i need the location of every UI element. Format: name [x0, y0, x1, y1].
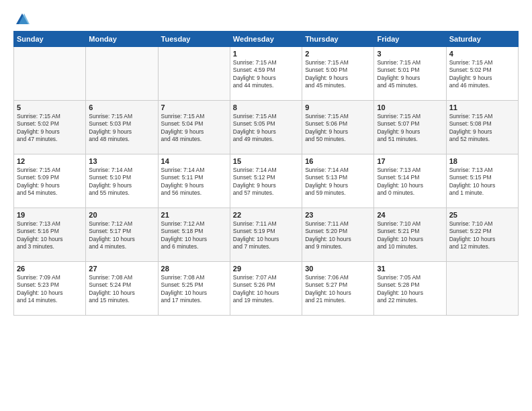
day-cell: 29Sunrise: 7:07 AM Sunset: 5:26 PM Dayli… [230, 262, 302, 316]
day-number: 4 [449, 50, 515, 58]
day-info: Sunrise: 7:15 AM Sunset: 5:09 PM Dayligh… [17, 167, 83, 197]
day-cell: 31Sunrise: 7:05 AM Sunset: 5:28 PM Dayli… [374, 262, 446, 316]
day-info: Sunrise: 7:10 AM Sunset: 5:22 PM Dayligh… [449, 220, 515, 251]
logo [13, 12, 30, 24]
day-number: 9 [305, 103, 371, 111]
day-cell: 14Sunrise: 7:14 AM Sunset: 5:11 PM Dayli… [158, 154, 230, 208]
day-info: Sunrise: 7:11 AM Sunset: 5:19 PM Dayligh… [233, 220, 299, 251]
day-info: Sunrise: 7:15 AM Sunset: 5:08 PM Dayligh… [449, 113, 515, 144]
day-number: 1 [233, 50, 299, 58]
day-number: 25 [449, 211, 515, 219]
day-info: Sunrise: 7:15 AM Sunset: 5:03 PM Dayligh… [89, 113, 154, 144]
week-row-5: 26Sunrise: 7:09 AM Sunset: 5:23 PM Dayli… [14, 262, 519, 316]
day-cell: 5Sunrise: 7:15 AM Sunset: 5:02 PM Daylig… [14, 101, 86, 154]
day-number: 20 [89, 211, 154, 219]
day-number: 2 [305, 50, 371, 58]
week-row-2: 5Sunrise: 7:15 AM Sunset: 5:02 PM Daylig… [14, 101, 519, 154]
day-number: 29 [233, 265, 299, 273]
day-info: Sunrise: 7:08 AM Sunset: 5:25 PM Dayligh… [161, 274, 227, 305]
day-cell: 19Sunrise: 7:13 AM Sunset: 5:16 PM Dayli… [14, 208, 86, 262]
day-cell: 7Sunrise: 7:15 AM Sunset: 5:04 PM Daylig… [158, 101, 230, 154]
logo-icon [15, 12, 30, 27]
day-cell: 3Sunrise: 7:15 AM Sunset: 5:01 PM Daylig… [374, 47, 446, 101]
day-info: Sunrise: 7:15 AM Sunset: 4:59 PM Dayligh… [233, 59, 299, 90]
day-cell: 1Sunrise: 7:15 AM Sunset: 4:59 PM Daylig… [230, 47, 302, 101]
day-number: 12 [17, 157, 83, 165]
header [13, 12, 519, 24]
day-info: Sunrise: 7:06 AM Sunset: 5:27 PM Dayligh… [305, 274, 371, 305]
col-header-friday: Friday [374, 32, 446, 47]
day-cell: 20Sunrise: 7:12 AM Sunset: 5:17 PM Dayli… [86, 208, 158, 262]
day-number: 26 [17, 265, 83, 273]
day-cell: 15Sunrise: 7:14 AM Sunset: 5:12 PM Dayli… [230, 154, 302, 208]
day-number: 28 [161, 265, 227, 273]
day-info: Sunrise: 7:07 AM Sunset: 5:26 PM Dayligh… [233, 274, 299, 305]
day-cell: 30Sunrise: 7:06 AM Sunset: 5:27 PM Dayli… [302, 262, 374, 316]
col-header-wednesday: Wednesday [230, 32, 302, 47]
day-number: 30 [305, 265, 371, 273]
day-cell [446, 262, 518, 316]
day-cell: 27Sunrise: 7:08 AM Sunset: 5:24 PM Dayli… [86, 262, 158, 316]
calendar-table: SundayMondayTuesdayWednesdayThursdayFrid… [13, 31, 519, 316]
day-info: Sunrise: 7:15 AM Sunset: 5:02 PM Dayligh… [17, 113, 83, 144]
header-row: SundayMondayTuesdayWednesdayThursdayFrid… [14, 32, 519, 47]
day-cell: 22Sunrise: 7:11 AM Sunset: 5:19 PM Dayli… [230, 208, 302, 262]
day-cell: 6Sunrise: 7:15 AM Sunset: 5:03 PM Daylig… [86, 101, 158, 154]
day-number: 3 [377, 50, 443, 58]
col-header-saturday: Saturday [446, 32, 518, 47]
day-info: Sunrise: 7:05 AM Sunset: 5:28 PM Dayligh… [377, 274, 443, 305]
day-info: Sunrise: 7:13 AM Sunset: 5:15 PM Dayligh… [449, 167, 515, 197]
day-cell: 13Sunrise: 7:14 AM Sunset: 5:10 PM Dayli… [86, 154, 158, 208]
day-number: 23 [305, 211, 371, 219]
day-cell: 8Sunrise: 7:15 AM Sunset: 5:05 PM Daylig… [230, 101, 302, 154]
day-cell: 18Sunrise: 7:13 AM Sunset: 5:15 PM Dayli… [446, 154, 518, 208]
day-number: 16 [305, 157, 371, 165]
day-number: 22 [233, 211, 299, 219]
day-number: 14 [161, 157, 227, 165]
day-number: 15 [233, 157, 299, 165]
day-number: 8 [233, 103, 299, 111]
day-info: Sunrise: 7:13 AM Sunset: 5:14 PM Dayligh… [377, 167, 443, 197]
day-number: 27 [89, 265, 154, 273]
day-number: 18 [449, 157, 515, 165]
day-number: 5 [17, 103, 83, 111]
day-cell: 21Sunrise: 7:12 AM Sunset: 5:18 PM Dayli… [158, 208, 230, 262]
week-row-1: 1Sunrise: 7:15 AM Sunset: 4:59 PM Daylig… [14, 47, 519, 101]
day-number: 21 [161, 211, 227, 219]
day-cell: 4Sunrise: 7:15 AM Sunset: 5:02 PM Daylig… [446, 47, 518, 101]
day-number: 24 [377, 211, 443, 219]
day-cell: 12Sunrise: 7:15 AM Sunset: 5:09 PM Dayli… [14, 154, 86, 208]
day-cell: 11Sunrise: 7:15 AM Sunset: 5:08 PM Dayli… [446, 101, 518, 154]
day-cell [14, 47, 86, 101]
day-info: Sunrise: 7:15 AM Sunset: 5:06 PM Dayligh… [305, 113, 371, 144]
col-header-tuesday: Tuesday [158, 32, 230, 47]
day-info: Sunrise: 7:15 AM Sunset: 5:01 PM Dayligh… [377, 59, 443, 90]
day-number: 19 [17, 211, 83, 219]
day-number: 7 [161, 103, 227, 111]
day-info: Sunrise: 7:15 AM Sunset: 5:05 PM Dayligh… [233, 113, 299, 144]
day-number: 31 [377, 265, 443, 273]
calendar-page: SundayMondayTuesdayWednesdayThursdayFrid… [0, 0, 532, 411]
col-header-thursday: Thursday [302, 32, 374, 47]
day-info: Sunrise: 7:14 AM Sunset: 5:11 PM Dayligh… [161, 167, 227, 197]
day-number: 11 [449, 103, 515, 111]
day-cell: 17Sunrise: 7:13 AM Sunset: 5:14 PM Dayli… [374, 154, 446, 208]
week-row-4: 19Sunrise: 7:13 AM Sunset: 5:16 PM Dayli… [14, 208, 519, 262]
day-number: 6 [89, 103, 154, 111]
col-header-sunday: Sunday [14, 32, 86, 47]
day-info: Sunrise: 7:15 AM Sunset: 5:00 PM Dayligh… [305, 59, 371, 90]
col-header-monday: Monday [86, 32, 158, 47]
day-info: Sunrise: 7:10 AM Sunset: 5:21 PM Dayligh… [377, 220, 443, 251]
day-info: Sunrise: 7:14 AM Sunset: 5:10 PM Dayligh… [89, 167, 154, 197]
day-info: Sunrise: 7:12 AM Sunset: 5:17 PM Dayligh… [89, 220, 154, 251]
day-cell [86, 47, 158, 101]
day-cell [158, 47, 230, 101]
day-cell: 10Sunrise: 7:15 AM Sunset: 5:07 PM Dayli… [374, 101, 446, 154]
day-cell: 28Sunrise: 7:08 AM Sunset: 5:25 PM Dayli… [158, 262, 230, 316]
day-number: 17 [377, 157, 443, 165]
day-cell: 16Sunrise: 7:14 AM Sunset: 5:13 PM Dayli… [302, 154, 374, 208]
day-cell: 9Sunrise: 7:15 AM Sunset: 5:06 PM Daylig… [302, 101, 374, 154]
day-number: 13 [89, 157, 154, 165]
day-info: Sunrise: 7:11 AM Sunset: 5:20 PM Dayligh… [305, 220, 371, 251]
day-cell: 24Sunrise: 7:10 AM Sunset: 5:21 PM Dayli… [374, 208, 446, 262]
